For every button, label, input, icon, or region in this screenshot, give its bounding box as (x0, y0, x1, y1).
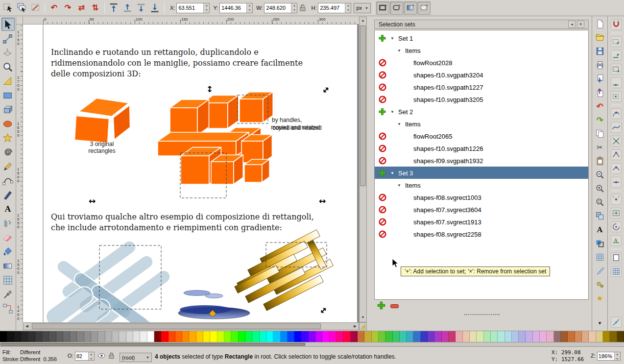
palette-swatch[interactable] (463, 331, 470, 342)
palette-swatch[interactable] (224, 331, 231, 342)
undo-icon[interactable]: ↶ (594, 100, 606, 112)
units-dropdown[interactable]: px▼ (354, 3, 371, 13)
spin-up-icon[interactable]: ▲ (345, 3, 351, 8)
palette-swatch[interactable] (589, 331, 596, 342)
palette-swatch[interactable] (449, 331, 456, 342)
palette-swatch[interactable] (175, 331, 182, 342)
set-item-row[interactable]: shapes-f10.svgpath3205 (375, 93, 588, 105)
palette-swatch[interactable] (470, 331, 477, 342)
zoom-tool[interactable] (1, 60, 15, 73)
palette-swatch[interactable] (294, 331, 301, 342)
snap-bbox-center-icon[interactable] (611, 91, 622, 102)
palette-swatch[interactable] (35, 331, 42, 342)
text-tool[interactable]: A (1, 202, 15, 216)
grid-icon[interactable] (594, 251, 606, 263)
lower-to-bottom-icon[interactable] (148, 1, 162, 15)
remove-from-set-icon[interactable] (379, 230, 386, 238)
eraser-tool[interactable] (1, 231, 15, 244)
palette-swatch[interactable] (315, 331, 322, 342)
zoom-in-icon[interactable] (594, 183, 606, 194)
palette-swatch[interactable] (582, 331, 589, 342)
expander-icon[interactable]: ▼ (390, 170, 394, 175)
spin-down-icon[interactable]: ▼ (89, 357, 94, 361)
expander-icon[interactable]: ▼ (397, 121, 401, 126)
affect-gradient-toggle[interactable] (404, 1, 417, 15)
palette-swatch[interactable] (568, 331, 575, 342)
palette-swatch[interactable] (210, 331, 217, 342)
set-item-row[interactable]: shapes-f10.svgpath1226 (375, 142, 588, 154)
affect-corners-toggle[interactable] (390, 1, 403, 15)
palette-swatch[interactable] (168, 331, 175, 342)
rotate-cw-icon[interactable]: ↷ (61, 1, 74, 15)
palette-swatch[interactable] (336, 331, 343, 342)
palette-swatch[interactable] (358, 331, 364, 342)
opacity-input[interactable] (75, 352, 88, 360)
node-tool[interactable] (1, 32, 15, 45)
spin-up-icon[interactable]: ▲ (204, 3, 209, 8)
ellipse-tool[interactable] (1, 117, 15, 130)
palette-swatch[interactable] (379, 331, 385, 342)
horizontal-scrollbar[interactable]: ◀ ▶ (23, 322, 359, 330)
vertical-ruler[interactable]: 1750 1700 1650 1600 1550 1500 1450 (16, 24, 23, 322)
palette-swatch[interactable] (70, 331, 77, 342)
palette-swatch[interactable] (442, 331, 449, 342)
select-all-layers-icon[interactable] (15, 1, 28, 15)
palette-swatch[interactable] (231, 331, 238, 342)
expander-icon[interactable]: ▼ (397, 183, 401, 187)
palette-swatch[interactable] (119, 331, 126, 342)
overflow-arrow-icon[interactable]: ▾ (594, 317, 606, 329)
copy-icon[interactable] (594, 128, 606, 140)
import-icon[interactable] (594, 73, 606, 85)
add-set-button[interactable] (377, 301, 385, 310)
snap-text-baseline-icon[interactable]: A (611, 235, 622, 246)
set-item-row[interactable]: shapes-f10.svgpath3204 (375, 69, 588, 81)
remove-from-set-icon[interactable] (379, 83, 386, 91)
w-field[interactable]: ▲▼ (264, 3, 297, 13)
palette-swatch[interactable] (133, 331, 140, 342)
items-row[interactable]: ▼ Items (375, 118, 588, 130)
palette-swatch[interactable] (603, 331, 610, 342)
layer-lock-icon[interactable] (108, 352, 115, 359)
scroll-right-icon[interactable]: ▶ (352, 323, 359, 330)
zoom-input[interactable] (598, 352, 614, 360)
paint-bucket-tool[interactable] (1, 245, 15, 258)
scroll-down-icon[interactable]: ▼ (360, 314, 366, 321)
remove-from-set-icon[interactable] (379, 71, 386, 79)
dock-arrow-icon[interactable]: ◂ (568, 21, 576, 28)
zoom-control[interactable]: Z: ▲▼ (591, 352, 621, 361)
deselect-icon[interactable] (29, 1, 42, 15)
snap-rotation-center-icon[interactable] (611, 221, 622, 232)
lock-ratio-icon[interactable] (298, 1, 308, 15)
spin-up-icon[interactable]: ▲ (89, 352, 94, 357)
palette-swatch[interactable] (203, 331, 210, 342)
set-row[interactable]: ▼ Set 2 (375, 105, 588, 118)
remove-from-set-icon[interactable] (379, 157, 386, 165)
palette-swatch[interactable] (309, 331, 315, 342)
palette-swatch[interactable] (456, 331, 462, 342)
selector-tool[interactable] (1, 18, 15, 31)
export-icon[interactable] (594, 87, 606, 98)
palette-swatch[interactable] (413, 331, 420, 342)
expander-icon[interactable]: ▼ (390, 36, 394, 40)
items-row[interactable]: ▼ Items (375, 44, 588, 56)
panel-title-bar[interactable]: Selection sets ◂ ✕ (374, 20, 589, 29)
cut-icon[interactable]: ✂ (594, 142, 606, 153)
print-icon[interactable] (594, 59, 606, 71)
opacity-spin-buttons[interactable]: ▲▼ (88, 352, 94, 360)
spiral-tool[interactable] (1, 146, 15, 159)
add-selection-to-set-icon[interactable] (379, 34, 386, 42)
gradient-tool[interactable] (1, 259, 15, 272)
snap-node-icon[interactable] (611, 108, 622, 119)
horizontal-scrollbar-thumb[interactable] (32, 323, 321, 329)
snap-enable-icon[interactable] (611, 19, 622, 30)
snap-bbox-edge-icon[interactable] (611, 50, 622, 61)
spin-up-icon[interactable]: ▲ (615, 352, 620, 357)
palette-swatch[interactable] (273, 331, 280, 342)
scale-handle[interactable]: ↕ (206, 85, 213, 94)
spin-down-icon[interactable]: ▼ (615, 357, 620, 361)
palette-swatch[interactable] (617, 331, 624, 342)
remove-from-set-icon[interactable] (379, 59, 386, 67)
scale-handle[interactable]: ↔ (89, 197, 96, 205)
palette-swatch[interactable] (189, 331, 196, 342)
y-field[interactable]: ▲▼ (219, 3, 253, 13)
